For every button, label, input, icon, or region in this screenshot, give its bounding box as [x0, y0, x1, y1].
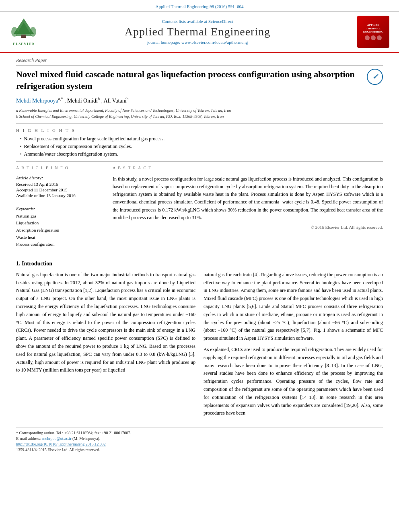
intro-para-2: natural gas for each train [4]. Regardin… — [204, 271, 383, 343]
keyword-5: Process configuration — [16, 241, 105, 248]
footnote-doi: http://dx.doi.org/10.1016/j.applthermale… — [16, 442, 383, 446]
section-1-name: Introduction — [22, 261, 52, 267]
intro-para-1: Natural gas liquefaction is one of the t… — [16, 271, 195, 374]
author-3-sup: b — [127, 97, 129, 101]
elsevier-brand-text: ELSEVIER — [13, 42, 35, 46]
body-two-col: Natural gas liquefaction is one of the t… — [16, 271, 383, 421]
journal-title: Applied Thermal Engineering — [38, 25, 357, 38]
footnote-email: E-mail address: mehrpoo@ut.ac.ir (M. Meh… — [16, 436, 383, 441]
body-col-left: Natural gas liquefaction is one of the t… — [16, 271, 195, 421]
author-3-name: , Ali Vatani — [101, 98, 126, 104]
top-bar: Applied Thermal Engineering 98 (2016) 59… — [0, 0, 399, 12]
affiliation-b: b School of Chemical Engineering, Univer… — [16, 113, 383, 119]
email-label-text: E-mail address: — [16, 436, 41, 441]
highlight-item-1: Novel process configuration for large sc… — [20, 136, 383, 142]
article-abstract-section: A R T I C L E I N F O Article history: R… — [16, 166, 383, 248]
received-date: Received 13 April 2015 — [16, 182, 105, 187]
affiliations: a Renewable Energies and Environmental d… — [16, 107, 383, 119]
contents-available: Contents lists available at ScienceDirec… — [38, 19, 357, 24]
main-content: Research Paper Novel mixed fluid cascade… — [0, 53, 399, 458]
abstract-text: In this study, a novel process configura… — [113, 175, 383, 222]
divider-keywords — [16, 202, 105, 202]
highlight-item-3: Ammonia/water absorption refrigeration s… — [20, 151, 383, 157]
highlights-label: H I G H L I G H T S — [16, 128, 383, 133]
author-2-sup: b — [98, 97, 100, 101]
doi-link[interactable]: http://dx.doi.org/10.1016/j.applthermale… — [16, 442, 106, 446]
logo-circle-1 — [365, 35, 370, 40]
journal-logo-right: APPLIEDTHERMALENGINEERING — [357, 16, 389, 48]
journal-homepage: journal homepage: www.elsevier.com/locat… — [38, 40, 357, 45]
page: Applied Thermal Engineering 98 (2016) 59… — [0, 0, 399, 532]
elsevier-logo-svg — [10, 18, 38, 42]
logo-circle-2 — [371, 35, 376, 40]
highlight-item-2: Replacement of vapor compression refrige… — [20, 144, 383, 150]
author-2-name: , Mehdi Omidi — [64, 98, 98, 104]
body-col-right: natural gas for each train [4]. Regardin… — [204, 271, 383, 421]
abstract-copyright: © 2015 Elsevier Ltd. All rights reserved… — [113, 225, 383, 230]
svg-point-4 — [30, 27, 36, 37]
article-info-label: A R T I C L E I N F O — [16, 166, 105, 172]
journal-link[interactable]: Applied Thermal Engineering 98 (2016) 59… — [156, 4, 244, 9]
logo-circle-3 — [377, 35, 382, 40]
keyword-4: Waste heat — [16, 234, 105, 241]
sciencedirect-link[interactable]: ScienceDirect — [208, 19, 233, 24]
journal-header-center: Contents lists available at ScienceDirec… — [38, 19, 357, 45]
available-date: Available online 13 January 2016 — [16, 193, 105, 198]
affiliation-a: a Renewable Energies and Environmental d… — [16, 107, 383, 113]
paper-title-row: Novel mixed fluid cascade natural gas li… — [16, 69, 383, 92]
highlights-list: Novel process configuration for large sc… — [16, 136, 383, 157]
paper-title: Novel mixed fluid cascade natural gas li… — [16, 69, 367, 92]
article-history-label: Article history: — [16, 175, 105, 180]
crossmark-badge: ✓ — [367, 69, 383, 85]
accepted-date: Accepted 11 December 2015 — [16, 187, 105, 192]
author-1-name: Mehdi Mehrpooya — [16, 98, 58, 104]
author-1-sup: a,* — [58, 97, 63, 101]
divider-1 — [16, 123, 383, 124]
svg-rect-2 — [21, 35, 26, 38]
svg-point-3 — [11, 27, 18, 37]
footnote-star: * Corresponding author. Tel.: +98 21 611… — [16, 431, 383, 435]
paper-type-label: Research Paper — [16, 58, 383, 66]
abstract-col: A B S T R A C T In this study, a novel p… — [113, 166, 383, 248]
crossmark-symbol: ✓ — [372, 72, 378, 81]
abstract-label: A B S T R A C T — [113, 166, 383, 172]
logo-circles — [365, 35, 382, 40]
email-link[interactable]: mehrpoo@ut.ac.ir — [42, 436, 72, 441]
journal-header: ELSEVIER Contents lists available at Sci… — [0, 12, 399, 53]
section-1-title: 1. Introduction — [16, 261, 383, 267]
section-1: 1. Introduction Natural gas liquefaction… — [16, 261, 383, 421]
email-suffix: (M. Mehrpooya). — [72, 436, 100, 441]
footnote-issn: 1359-4311/© 2015 Elsevier Ltd. All right… — [16, 448, 383, 452]
keyword-2: Liquefaction — [16, 220, 105, 227]
highlights-section: H I G H L I G H T S Novel process config… — [16, 128, 383, 157]
footnotes: * Corresponding author. Tel.: +98 21 611… — [16, 427, 383, 452]
intro-para-3: As explained, CRCs are used to produce t… — [204, 346, 383, 417]
keywords-label: Keywords: — [16, 206, 105, 211]
section-1-number: 1. — [16, 261, 21, 267]
elsevier-logo: ELSEVIER — [10, 18, 38, 46]
keyword-3: Absorption refrigeration — [16, 227, 105, 234]
divider-2 — [16, 161, 383, 162]
logo-text-applied: APPLIEDTHERMALENGINEERING — [363, 23, 384, 33]
authors-line: Mehdi Mehrpooyaa,* , Mehdi Omidib , Ali … — [16, 97, 383, 104]
keyword-1: Natural gas — [16, 213, 105, 220]
article-info-col: A R T I C L E I N F O Article history: R… — [16, 166, 105, 248]
homepage-url[interactable]: www.elsevier.com/locate/apthermeng — [181, 40, 248, 45]
homepage-prefix: journal homepage: — [147, 40, 180, 45]
divider-3 — [16, 254, 383, 254]
keywords-list: Natural gas Liquefaction Absorption refr… — [16, 213, 105, 248]
contents-text: Contents lists available at — [162, 19, 207, 24]
